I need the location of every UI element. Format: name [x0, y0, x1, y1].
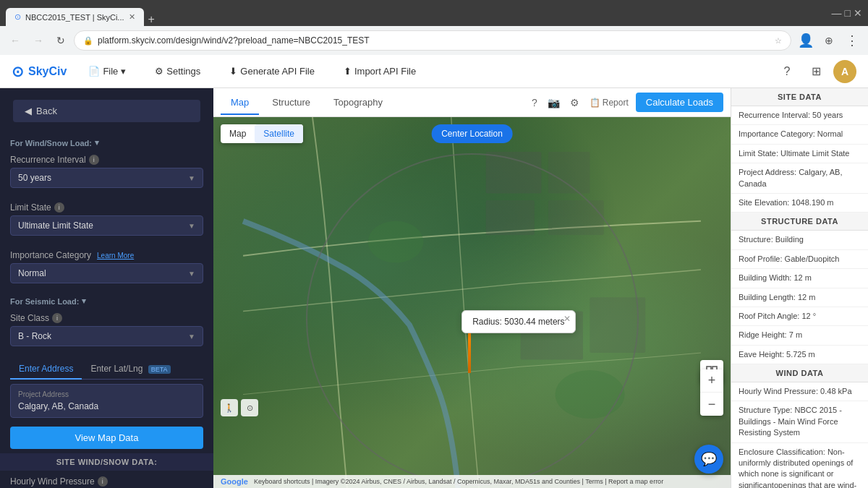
importance-category-section: Importance Category Learn More Normal ▼: [0, 244, 213, 292]
generate-icon: ⬇: [229, 66, 237, 77]
question-icon-button[interactable]: ?: [529, 94, 540, 111]
street-person-icon[interactable]: 🚶: [221, 399, 238, 416]
camera-icon-button[interactable]: 📷: [545, 94, 563, 111]
zoom-out-button[interactable]: −: [700, 393, 723, 416]
new-tab-button[interactable]: +: [144, 13, 159, 26]
browser-menu-btn[interactable]: ⋮: [842, 30, 862, 51]
settings-label: Settings: [166, 66, 200, 77]
maximize-icon[interactable]: □: [845, 7, 851, 19]
importance-category-row: Importance Category: Normal: [731, 125, 868, 144]
view-map-button[interactable]: View Map Data: [10, 427, 203, 449]
tab-close-icon[interactable]: ✕: [129, 12, 135, 22]
hourly-wind-label-text: Hourly Wind Pressure: [10, 476, 95, 487]
file-label: File: [103, 66, 118, 77]
back-button[interactable]: ←: [6, 32, 25, 49]
app: ⊙ SkyCiv 📄 File ▾ ⚙ Settings ⬇ Generate …: [0, 55, 868, 488]
learn-more-link[interactable]: Learn More: [97, 252, 134, 260]
google-logo: Google: [221, 477, 248, 486]
calculate-loads-button[interactable]: Calculate Loads: [636, 93, 723, 112]
recurrence-interval-row: Recurrence Interval: 50 years: [731, 106, 868, 125]
map-container[interactable]: Map Satellite Center Location ✕ Radius: …: [213, 117, 731, 488]
back-button[interactable]: ◀ Back: [13, 100, 200, 122]
map-type-map-button[interactable]: Map: [221, 124, 255, 143]
logo-icon: ⊙: [12, 63, 24, 80]
active-tab[interactable]: ⊙ NBCC2015_TEST | SkyCi... ✕: [6, 8, 144, 26]
importance-category-label: Importance Category Learn More: [10, 250, 203, 260]
browser-chrome: ⊙ NBCC2015_TEST | SkyCi... ✕ + — □ ✕: [0, 0, 868, 26]
nav-right-icons: 👤 ⊕ ⋮: [796, 30, 862, 51]
settings-menu-button[interactable]: ⚙ Settings: [148, 61, 208, 81]
tooltip-close-icon[interactable]: ✕: [563, 314, 571, 324]
seismic-section-header[interactable]: For Seismic Load: ▾: [0, 292, 213, 307]
structure-tab[interactable]: Structure: [262, 91, 320, 115]
lock-icon: 🔒: [83, 36, 93, 46]
recurrence-interval-section: Recurrence Interval i 50 years ▼: [0, 149, 213, 197]
map-type-satellite-button[interactable]: Satellite: [255, 124, 303, 143]
site-class-dropdown[interactable]: B - Rock ▼: [10, 326, 203, 346]
limit-state-row: Limit State: Ultimate Limit State: [731, 145, 868, 163]
user-avatar[interactable]: A: [833, 60, 856, 83]
enter-latlng-tab[interactable]: Enter Lat/Lng BETA: [82, 359, 179, 380]
settings-icon-button[interactable]: ⚙: [567, 94, 582, 111]
hourly-wind-info-icon[interactable]: i: [98, 476, 108, 487]
recurrence-chevron-icon: ▼: [188, 174, 195, 182]
report-button[interactable]: 📋 Report: [587, 95, 631, 111]
wind-snow-section-header[interactable]: For Wind/Snow Load: ▾: [0, 134, 213, 149]
street-compass-icon[interactable]: ⊙: [241, 399, 258, 416]
generate-api-button[interactable]: ⬇ Generate API File: [222, 61, 322, 81]
minimize-icon[interactable]: —: [832, 7, 842, 19]
hourly-wind-pressure-row: Hourly Wind Pressure: 0.48 kPa: [731, 382, 868, 401]
file-icon: 📄: [88, 66, 100, 77]
browser-tabs: ⊙ NBCC2015_TEST | SkyCi... ✕ +: [6, 0, 159, 26]
roof-pitch-row: Roof Pitch Angle: 12 °: [731, 307, 868, 326]
recurrence-value: 50 years: [18, 173, 51, 183]
grid-apps-button[interactable]: ⊞: [804, 60, 827, 83]
site-data-title: SITE DATA: [731, 88, 868, 106]
recurrence-interval-label: Recurrence Interval i: [10, 155, 203, 165]
site-class-label: Site Class i: [10, 313, 203, 323]
zoom-in-button[interactable]: +: [700, 369, 723, 393]
importance-category-dropdown[interactable]: Normal ▼: [10, 263, 203, 283]
report-icon: 📋: [590, 98, 600, 108]
limit-state-label-text: Limit State: [10, 202, 51, 213]
forward-button[interactable]: →: [29, 32, 48, 49]
profile-icon-btn[interactable]: 👤: [796, 30, 816, 51]
building-width-row: Building Width: 12 m: [731, 269, 868, 288]
map-tab[interactable]: Map: [221, 91, 259, 115]
import-api-button[interactable]: ⬆ Import API File: [336, 61, 423, 81]
recurrence-info-icon[interactable]: i: [89, 155, 99, 165]
right-panel: SITE DATA Recurrence Interval: 50 years …: [731, 88, 868, 488]
structure-type-wind-row: Structure Type: NBCC 2015 - Buildings - …: [731, 401, 868, 442]
wind-snow-label: For Wind/Snow Load:: [10, 139, 92, 147]
limit-state-info-icon[interactable]: i: [54, 202, 64, 213]
settings-icon: ⚙: [155, 66, 163, 77]
seismic-chevron-icon: ▾: [82, 296, 86, 306]
site-class-label-text: Site Class: [10, 313, 49, 323]
close-window-icon[interactable]: ✕: [854, 7, 862, 19]
reload-button[interactable]: ↻: [52, 32, 69, 49]
center-location-badge: Center Location: [431, 124, 513, 143]
ridge-height-row: Ridge Height: 7 m: [731, 326, 868, 345]
address-value: Calgary, AB, Canada: [18, 401, 195, 411]
map-toolbar: Map Structure Topography ? 📷 ⚙ 📋 Report …: [213, 88, 731, 117]
chat-button[interactable]: 💬: [694, 445, 723, 474]
limit-state-value: Ultimate Limit State: [18, 221, 93, 231]
topography-tab[interactable]: Topography: [323, 91, 393, 115]
address-bar[interactable]: 🔒 platform.skyciv.com/design/wind/v2?pre…: [74, 30, 791, 51]
importance-chevron-icon: ▼: [188, 270, 195, 278]
attribution-text: Keyboard shortcuts | Imagery ©2024 Airbu…: [254, 478, 723, 485]
enter-address-tab[interactable]: Enter Address: [10, 359, 82, 380]
map-area: Map Structure Topography ? 📷 ⚙ 📋 Report …: [213, 88, 731, 488]
import-label: Import API File: [354, 66, 416, 77]
file-menu-button[interactable]: 📄 File ▾: [81, 61, 133, 81]
limit-state-chevron-icon: ▼: [188, 222, 195, 230]
importance-value: Normal: [18, 268, 46, 278]
help-button[interactable]: ?: [775, 60, 799, 83]
limit-state-dropdown[interactable]: Ultimate Limit State ▼: [10, 215, 203, 236]
extensions-icon-btn[interactable]: ⊕: [819, 30, 839, 51]
recurrence-interval-dropdown[interactable]: 50 years ▼: [10, 168, 203, 188]
sidebar: ◀ Back For Wind/Snow Load: ▾ Recurrence …: [0, 88, 213, 488]
site-class-info-icon[interactable]: i: [52, 313, 62, 323]
back-label: Back: [36, 106, 57, 116]
address-tabs: Enter Address Enter Lat/Lng BETA: [10, 359, 203, 380]
